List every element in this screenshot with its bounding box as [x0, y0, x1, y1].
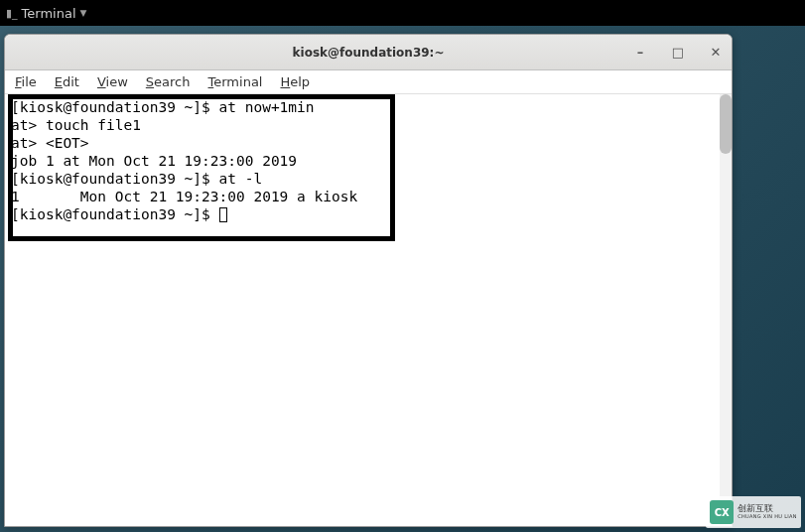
terminal-window: kiosk@foundation39:~ – □ ✕ File Edit Vie…: [4, 34, 733, 527]
menu-edit[interactable]: Edit: [55, 74, 79, 89]
terminal-line: 1 Mon Oct 21 19:23:00 2019 a kiosk: [11, 188, 726, 205]
minimize-button[interactable]: –: [632, 45, 648, 61]
terminal-line: [kiosk@foundation39 ~]$ at now+1min: [11, 98, 726, 116]
window-controls: – □ ✕: [632, 35, 724, 69]
terminal-prompt-line: [kiosk@foundation39 ~]$: [11, 205, 726, 223]
chevron-down-icon[interactable]: ▼: [80, 8, 87, 18]
menu-file[interactable]: File: [15, 74, 37, 89]
menu-terminal[interactable]: Terminal: [208, 74, 263, 89]
terminal-line: at> touch file1: [11, 116, 726, 134]
watermark-logo: CX: [710, 500, 734, 524]
panel-app-label[interactable]: Terminal: [22, 6, 76, 21]
menu-view[interactable]: View: [97, 74, 128, 89]
terminal-line: at> <EOT>: [11, 134, 726, 152]
window-title: kiosk@foundation39:~: [293, 46, 445, 60]
scrollbar-thumb[interactable]: [720, 94, 732, 154]
terminal-icon: ▮_: [6, 7, 18, 20]
top-panel: ▮_ Terminal ▼: [0, 0, 805, 26]
cursor: [219, 207, 227, 222]
watermark: CX 创新互联 CHUANG XIN HU LIAN: [706, 496, 801, 528]
menu-search[interactable]: Search: [146, 74, 191, 89]
terminal-line: [kiosk@foundation39 ~]$ at -l: [11, 170, 726, 188]
scrollbar[interactable]: [720, 94, 732, 526]
menubar: File Edit View Search Terminal Help: [5, 70, 732, 94]
menu-help[interactable]: Help: [280, 74, 310, 89]
maximize-button[interactable]: □: [670, 45, 686, 61]
close-button[interactable]: ✕: [708, 45, 724, 61]
terminal-line: job 1 at Mon Oct 21 19:23:00 2019: [11, 152, 726, 170]
watermark-text: 创新互联 CHUANG XIN HU LIAN: [738, 504, 797, 519]
titlebar[interactable]: kiosk@foundation39:~ – □ ✕: [5, 35, 732, 70]
terminal-area[interactable]: [kiosk@foundation39 ~]$ at now+1min at> …: [5, 94, 732, 526]
